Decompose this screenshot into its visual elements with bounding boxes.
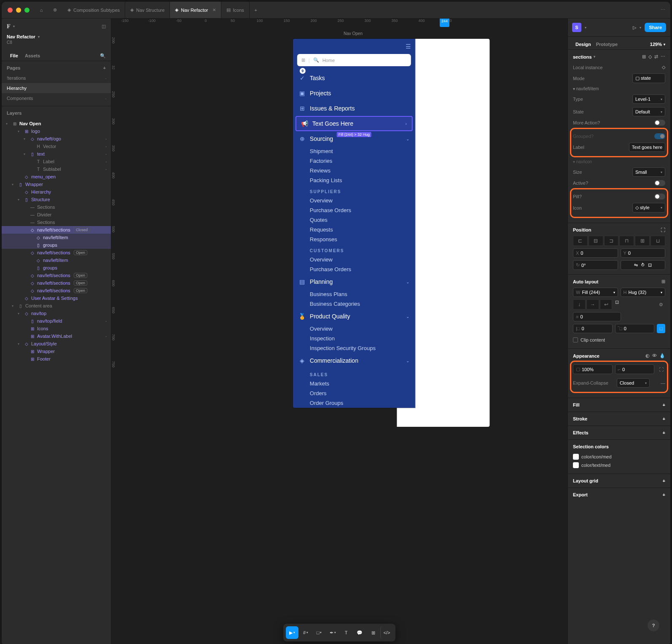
layer-row[interactable]: ▯groups — [2, 241, 111, 249]
nav-item[interactable]: 🏅Product Quality⌄ — [293, 309, 415, 324]
direction-wrap-icon[interactable]: ↩ — [600, 299, 613, 310]
tab-nav-refactor[interactable]: ◈Nav Refactor✕ — [170, 2, 221, 18]
stroke-header[interactable]: Stroke — [573, 416, 587, 421]
layer-row[interactable]: ◇User Avatar & Settings — [2, 294, 111, 302]
nav-subitem[interactable]: Factories — [293, 156, 415, 166]
chevron-down-icon[interactable]: ▾ — [585, 26, 586, 30]
file-title[interactable]: Nav Refactor — [7, 34, 35, 39]
layer-row[interactable]: ▾⊞Nav Open — [2, 120, 111, 127]
alignment-grid[interactable]: ⊡ — [615, 299, 655, 310]
tab-assets[interactable]: Assets — [22, 51, 43, 61]
nav-item[interactable]: ▣Projects — [293, 86, 415, 101]
opacity-input[interactable]: ▢100% — [573, 364, 613, 374]
figma-icon[interactable]: 𝐅 — [7, 23, 11, 30]
direction-right-icon[interactable]: → — [586, 299, 599, 310]
more-icon[interactable]: ⋯ — [661, 54, 665, 59]
layer-row[interactable]: ⊞Wrapper — [2, 348, 111, 355]
nav-item[interactable]: ◈Commercialization⌄ — [293, 353, 415, 368]
nav-subitem[interactable]: Overview — [293, 196, 415, 205]
corner-individual-icon[interactable]: ⛶ — [657, 364, 665, 374]
chevron-down-icon[interactable]: ▾ — [38, 35, 40, 39]
blend-icon[interactable]: ◐ — [645, 353, 650, 358]
nav-subitem[interactable]: Shipment — [293, 146, 415, 156]
gap-input[interactable]: ≡0 — [573, 312, 621, 321]
collapse-panels-icon[interactable]: ◫ — [102, 24, 106, 29]
close-tab-icon[interactable]: ✕ — [212, 8, 216, 12]
layer-row[interactable]: ▾▯Structure — [2, 196, 111, 203]
nav-subitem[interactable]: Overview — [293, 324, 415, 334]
layer-row[interactable]: TLabel• — [2, 158, 111, 165]
layer-row[interactable]: ⊞Icons — [2, 325, 111, 332]
type-select[interactable]: Level-1▾ — [632, 94, 665, 104]
grouped-toggle[interactable] — [654, 133, 665, 139]
home-icon[interactable]: ⌂ — [35, 4, 47, 16]
tab-design[interactable]: Design — [573, 39, 594, 49]
expand-collapse-select[interactable]: Closed▾ — [617, 378, 650, 388]
y-input[interactable]: Y0 — [621, 248, 666, 258]
chevron-icon[interactable]: ▾ — [18, 129, 22, 133]
padding-v-input[interactable]: ‾□0 — [615, 324, 655, 333]
add-grid-icon[interactable]: + — [663, 478, 665, 483]
canvas[interactable]: -150-100-50050100150200250300350400450 2… — [111, 19, 567, 644]
chevron-icon[interactable]: ▾ — [18, 312, 22, 315]
frame-label[interactable]: Nav Open — [344, 31, 363, 36]
size-select[interactable]: Small▾ — [632, 167, 665, 177]
minimize-window-icon[interactable] — [16, 8, 21, 13]
nav-subitem[interactable]: Order Groups — [293, 398, 415, 408]
nav-subitem[interactable]: Reviews — [293, 166, 415, 175]
layout-grid-header[interactable]: Layout grid — [573, 478, 598, 483]
layer-row[interactable]: ◇nav/left/sectionsOpen — [2, 279, 111, 287]
x-input[interactable]: X0 — [573, 248, 618, 258]
droplet-icon[interactable]: 💧 — [659, 353, 665, 358]
chevron-icon[interactable]: ▾ — [18, 198, 22, 202]
nav-subitem[interactable]: Markets — [293, 379, 415, 388]
rotation-input[interactable]: ↻0° — [573, 260, 618, 270]
flip-controls[interactable]: ⇋⥁⊡ — [621, 260, 666, 270]
autolayout-settings-icon[interactable]: ⊞ — [661, 279, 665, 284]
text-tool-icon[interactable]: T — [340, 626, 352, 639]
export-header[interactable]: Export — [573, 492, 588, 497]
minus-icon[interactable]: — — [661, 380, 665, 385]
align-right-icon[interactable]: ⊐ — [604, 236, 619, 246]
layer-row[interactable]: ◇nav/left/sectionsClosed — [2, 226, 111, 234]
add-effect-icon[interactable]: + — [663, 430, 665, 435]
chevron-icon[interactable]: ▾ — [24, 137, 28, 141]
grid-icon[interactable]: ⊞ — [642, 54, 646, 59]
nav-subitem[interactable]: Orders — [293, 388, 415, 398]
mode-select[interactable]: ▢ state — [632, 73, 665, 83]
layer-row[interactable]: —Sections — [2, 218, 111, 226]
layer-row[interactable]: ◇nav/left/item — [2, 256, 111, 264]
chevron-icon[interactable]: ▾ — [12, 304, 16, 308]
mockup-nav-frame[interactable]: ☰ ⊞ | 🔍 Home ✓Tasks9▣Projects⊞Issues & R… — [293, 39, 415, 408]
layer-row[interactable]: ▾◇nav/left/ogo• — [2, 135, 111, 143]
nav-subitem[interactable]: Inspection — [293, 334, 415, 343]
help-button[interactable]: ? — [648, 620, 659, 631]
comment-tool-icon[interactable]: 💬 — [353, 626, 366, 639]
state-select[interactable]: Default▾ — [632, 107, 665, 116]
align-top-icon[interactable]: ⊓ — [619, 236, 634, 246]
add-page-icon[interactable]: + — [103, 65, 106, 70]
diamond-icon[interactable]: ◇ — [648, 54, 652, 59]
nav-subitem[interactable]: Overview — [293, 255, 415, 264]
nested-component-label[interactable]: ▾ nav/left/item — [573, 85, 665, 93]
nav-subitem[interactable]: Inspection Security Groups — [293, 343, 415, 353]
team-name[interactable]: C8 — [2, 40, 111, 48]
nav-item[interactable]: ▤Planning⌄ — [293, 274, 415, 289]
pill-toggle[interactable] — [654, 194, 665, 199]
more-icon[interactable]: ⋯ — [656, 7, 670, 13]
nav-item[interactable]: 📢Text Goes Here›Fill (244) > 32 Hug — [296, 116, 413, 131]
present-icon[interactable]: ▷ — [633, 25, 636, 30]
align-hcenter-icon[interactable]: ⊟ — [589, 236, 603, 246]
width-input[interactable]: WFill (244)▾ — [573, 288, 618, 297]
nav-subitem[interactable]: Purchase Orders — [293, 264, 415, 274]
add-stroke-icon[interactable]: + — [663, 416, 665, 421]
layer-row[interactable]: ◇nav/left/item — [2, 234, 111, 241]
actions-tool-icon[interactable]: ⊞ — [367, 626, 379, 639]
effects-header[interactable]: Effects — [573, 430, 589, 435]
layer-row[interactable]: ◇nav/left/sectionsOpen — [2, 272, 111, 279]
layer-row[interactable]: ⊞Footer — [2, 355, 111, 363]
tab-icons[interactable]: ▤Icons — [221, 2, 250, 18]
align-left-icon[interactable]: ⊏ — [573, 236, 588, 246]
align-vcenter-icon[interactable]: ⊞ — [635, 236, 650, 246]
layer-row[interactable]: ▾⊞logo — [2, 127, 111, 135]
